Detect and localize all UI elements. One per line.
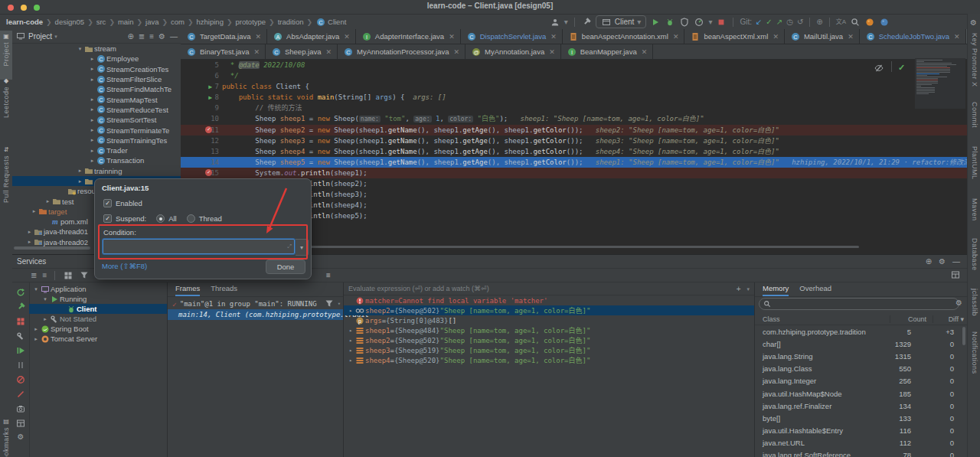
memory-row[interactable]: java.util.HashMap$Node1850 — [755, 387, 962, 400]
editor-tab-mailutil.java[interactable]: CMailUtil.java✕ — [785, 29, 860, 44]
editor-tab-adapterinterface.java[interactable]: IAdapterInterface.java✕ — [356, 29, 461, 44]
breadcrumb-item[interactable]: learn-code — [6, 18, 43, 26]
editor-tab-client.java[interactable]: CClient.java✕ — [966, 29, 967, 44]
watch-dropdown-icon[interactable]: ▾ — [746, 286, 750, 292]
line-number[interactable]: 5 — [181, 60, 222, 70]
editor-tab-myannotationprocessor.java[interactable]: CMyAnnotationProcessor.java✕ — [338, 44, 466, 59]
memory-row[interactable]: com.hzhiping.prototype.tradition5+3 — [755, 325, 962, 338]
run-gutter-icon[interactable]: ▶ — [205, 94, 212, 101]
locate-icon[interactable]: ⊕ — [926, 257, 932, 266]
breadcrumb-item[interactable]: design05 — [55, 18, 85, 26]
memory-row[interactable]: java.util.Hashtable$Entry1160 — [755, 425, 962, 437]
evaluate-input[interactable]: Evaluate expression (⏎) or add a watch (… — [344, 282, 754, 295]
service-tomcat-server[interactable]: ▸ Tomcat Server — [29, 334, 167, 344]
line-number[interactable]: 6 — [181, 70, 222, 81]
settings-gear-icon[interactable]: ⚙ — [970, 18, 977, 27]
tab-close-icon[interactable]: ✕ — [550, 33, 557, 41]
inspections-ok-icon[interactable]: ✓ — [898, 63, 905, 73]
tab-overhead[interactable]: Overhead — [799, 284, 831, 296]
variable-row-args[interactable]: p args = {String[0]@483} [] — [344, 315, 754, 325]
project-tree-item-trainning[interactable]: ▸ trainning — [12, 166, 181, 176]
editor-tab-beanaspectannotation.xml[interactable]: beanAspectAnnotation.xml✕ — [563, 29, 685, 44]
tree-chevron-icon[interactable]: ▸ — [89, 56, 96, 62]
line-number[interactable]: 7▶ — [181, 81, 222, 92]
stack-frame-row[interactable]: main:14, Client (com.hzhiping.prototype.… — [168, 309, 343, 320]
locate-icon[interactable]: ⊕ — [127, 32, 133, 41]
more-link[interactable]: More (⇧⌘F8) — [102, 262, 147, 270]
tree-chevron-icon[interactable]: ▸ — [41, 316, 49, 322]
suspend-checkbox[interactable]: ✓ — [103, 214, 112, 223]
group-by-icon[interactable] — [63, 270, 74, 281]
editor-tab-absadapter.java[interactable]: AAbsAdapter.java✕ — [267, 29, 356, 44]
breadcrumb-item[interactable]: java — [145, 18, 158, 26]
thread-dropdown-icon[interactable]: ▾ — [338, 302, 341, 307]
tree-chevron-icon[interactable]: ▸ — [32, 336, 40, 342]
tab-close-icon[interactable]: ✕ — [326, 48, 332, 56]
variable-row-sheep4[interactable]: ▸ sheep4 = {Sheep@520} "Sheep [name=tom,… — [344, 355, 754, 365]
wrench-icon[interactable] — [15, 331, 26, 341]
service-application[interactable]: ▾ Application — [29, 284, 167, 294]
variable-row-sheep3[interactable]: ▸ sheep3 = {Sheep@519} "Sheep [name=tom,… — [344, 345, 754, 355]
service-running[interactable]: ▾ Running — [29, 294, 167, 304]
memory-search-input[interactable] — [759, 298, 959, 310]
sidebar-tab-notifications[interactable]: Notifications — [968, 329, 980, 389]
rerunG-icon[interactable] — [15, 287, 26, 298]
tab-close-icon[interactable]: ✕ — [453, 48, 459, 56]
variable-row-sheep2[interactable]: ▸ sheep2 = {Sheep@502} "Sheep [name=tom,… — [344, 305, 754, 315]
memory-row[interactable]: java.net.URL1120 — [755, 437, 962, 449]
service-not-started[interactable]: ▸ Not Started — [29, 314, 167, 324]
filter-icon[interactable] — [79, 270, 90, 281]
tree-chevron-icon[interactable]: ▸ — [89, 137, 96, 143]
breadcrumb-item[interactable]: com — [171, 18, 185, 26]
project-tree-item-streamtrainingtes[interactable]: ▸C StreamTrainingTes — [12, 135, 181, 145]
sidebar-tab-database[interactable]: Database — [968, 236, 980, 285]
project-tree-item-stream[interactable]: ▾ stream — [12, 44, 181, 54]
tree-chevron-icon[interactable]: ▸ — [347, 348, 354, 354]
project-tree-item-employee[interactable]: ▸C Employee — [12, 54, 181, 64]
resume-icon[interactable] — [15, 345, 26, 356]
line-number[interactable]: 8▶ — [181, 92, 222, 103]
layout-icon[interactable] — [950, 269, 961, 281]
thread-filter-icon[interactable] — [324, 299, 335, 309]
project-tree-item-trader[interactable]: ▸C Trader — [12, 145, 181, 155]
line-number[interactable]: 15✓ — [181, 168, 222, 178]
editor-tab-targetdata.java[interactable]: CTargetData.java✕ — [181, 29, 267, 44]
variable-row-sheep2[interactable]: ▸ sheep2 = {Sheep@502} "Sheep [name=tom,… — [344, 335, 754, 345]
tree-chevron-icon[interactable]: ▸ — [89, 96, 96, 103]
add-watch-icon[interactable]: + — [737, 285, 741, 293]
tab-memory[interactable]: Memory — [763, 284, 789, 296]
gear-icon[interactable]: ⚙ — [939, 257, 946, 266]
tree-chevron-icon[interactable]: ▸ — [347, 328, 354, 334]
project-hscrollbar[interactable] — [14, 246, 90, 250]
sidebar-tab-jclasslib[interactable]: jclasslib — [968, 286, 980, 328]
line-number[interactable]: 11✓ — [181, 125, 222, 135]
breadcrumb-item[interactable]: prototype — [235, 18, 266, 26]
project-title[interactable]: Project — [28, 32, 52, 41]
tree-chevron-icon[interactable]: ▸ — [26, 239, 33, 245]
buildG-icon[interactable] — [15, 302, 26, 312]
tree-chevron-icon[interactable]: ▸ — [347, 308, 354, 314]
memRed-icon[interactable] — [15, 316, 26, 327]
tab-close-icon[interactable]: ✕ — [449, 33, 455, 41]
sidebar-tab-maven[interactable]: Maven — [968, 196, 980, 234]
line-number[interactable]: 13 — [181, 146, 222, 157]
tree-chevron-icon[interactable]: ▸ — [347, 357, 354, 364]
git-rollback-icon[interactable]: ↺ — [797, 18, 803, 26]
editor-tab-dispatchservlet.java[interactable]: CDispatchServlet.java✕ — [461, 29, 563, 44]
project-dropdown-icon[interactable]: ▾ — [54, 34, 57, 39]
service-spring-boot[interactable]: ▸ Spring Boot — [29, 324, 167, 334]
memory-row[interactable]: char[]13290 — [755, 338, 962, 350]
expand-all-icon[interactable]: ≣ — [139, 32, 145, 41]
breadcrumb[interactable]: learn-code❯design05❯src❯main❯java❯com❯hz… — [6, 15, 346, 29]
tab-frames[interactable]: Frames — [175, 284, 200, 296]
tree-chevron-icon[interactable]: ▸ — [77, 178, 83, 184]
tree-chevron-icon[interactable]: ▾ — [41, 296, 49, 302]
expand-input-icon[interactable]: ⤢ — [287, 243, 292, 250]
tree-chevron-icon[interactable]: ▸ — [89, 158, 96, 164]
git-push-icon[interactable]: ↗ — [776, 18, 782, 26]
tree-chevron-icon[interactable]: ▸ — [89, 117, 96, 123]
tree-chevron-icon[interactable]: ▸ — [77, 168, 83, 174]
sidebar-tab-leetcode[interactable]: ◆Leetcode — [0, 75, 12, 145]
condition-history-dropdown[interactable]: ▾ — [296, 239, 309, 256]
service-client[interactable]: Client — [29, 304, 167, 314]
